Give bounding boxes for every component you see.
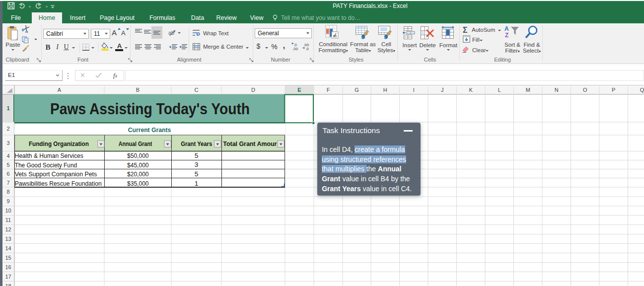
svg-text:H: H <box>383 87 387 93</box>
svg-text:Paws Assisting Today's Youth: Paws Assisting Today's Youth <box>50 100 250 118</box>
svg-text:B: B <box>136 87 140 93</box>
svg-text:15: 15 <box>5 255 11 261</box>
svg-text:Vets Support Companion Pets: Vets Support Companion Pets <box>15 170 97 178</box>
svg-text:$50,000: $50,000 <box>127 152 149 159</box>
svg-text:Current Grants: Current Grants <box>128 126 171 134</box>
svg-text:P: P <box>612 87 615 93</box>
svg-text:3: 3 <box>195 161 199 168</box>
svg-text:2: 2 <box>6 126 9 132</box>
svg-text:16: 16 <box>5 264 11 270</box>
svg-text:$35,000: $35,000 <box>127 180 149 187</box>
svg-text:L: L <box>498 87 501 93</box>
svg-text:Grant Years: Grant Years <box>181 140 212 147</box>
svg-text:Total Grant Amount: Total Grant Amount <box>223 140 281 147</box>
svg-text:10: 10 <box>5 208 11 214</box>
svg-text:11: 11 <box>5 217 11 223</box>
svg-text:Z: Z <box>505 32 508 38</box>
svg-text:13: 13 <box>5 236 11 242</box>
svg-text:Q: Q <box>640 87 644 93</box>
svg-text:8: 8 <box>6 189 9 195</box>
svg-text:N: N <box>555 87 559 93</box>
svg-text:M: M <box>526 87 530 93</box>
svg-text:Pawsibilities Rescue Foundatio: Pawsibilities Rescue Foundation <box>15 180 102 187</box>
svg-text:1: 1 <box>195 180 199 187</box>
svg-text:G: G <box>355 87 359 93</box>
svg-text:5: 5 <box>6 162 9 168</box>
svg-text:Health & Human Services: Health & Human Services <box>15 152 83 159</box>
svg-text:E: E <box>297 87 301 93</box>
svg-text:14: 14 <box>5 245 11 251</box>
svg-text:The Good Society Fund: The Good Society Fund <box>15 161 77 169</box>
svg-text:6: 6 <box>6 171 9 177</box>
svg-text:D: D <box>251 87 255 93</box>
svg-text:18: 18 <box>5 283 11 286</box>
svg-text:K: K <box>469 87 473 93</box>
svg-text:$45,000: $45,000 <box>127 161 149 169</box>
svg-text:A: A <box>58 87 62 93</box>
svg-text:12: 12 <box>5 226 11 232</box>
svg-text:Annual Grant: Annual Grant <box>119 140 152 147</box>
svg-text:1: 1 <box>6 105 9 111</box>
svg-text:9: 9 <box>6 198 9 204</box>
svg-text:5: 5 <box>195 170 199 178</box>
svg-text:7: 7 <box>6 180 9 186</box>
svg-text:F: F <box>327 87 330 93</box>
svg-text:Funding Organization: Funding Organization <box>29 140 89 147</box>
svg-text:I: I <box>413 87 415 93</box>
svg-text:A: A <box>504 25 509 32</box>
svg-text:C: C <box>195 87 199 93</box>
svg-text:O: O <box>583 87 587 93</box>
svg-text:3: 3 <box>6 140 9 146</box>
svg-text:4: 4 <box>6 153 9 159</box>
svg-text:5: 5 <box>195 152 199 159</box>
svg-text:J: J <box>441 87 444 93</box>
svg-text:.00: .00 <box>292 47 298 51</box>
svg-text:17: 17 <box>5 274 11 280</box>
svg-text:$20,000: $20,000 <box>127 170 149 178</box>
